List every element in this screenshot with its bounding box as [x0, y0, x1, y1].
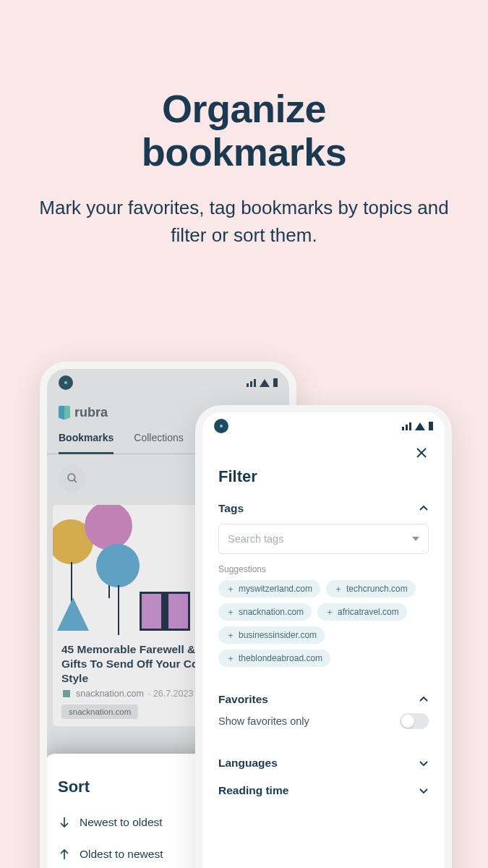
plus-icon: ＋ — [325, 608, 334, 616]
status-icons — [247, 378, 278, 387]
phone-filter: Filter Tags Search tags Suggestions — [195, 405, 452, 868]
tag-search-input[interactable]: Search tags — [218, 524, 429, 554]
hero-title: Organize bookmarks — [0, 87, 488, 174]
sort-option-label: Newest to oldest — [80, 816, 163, 829]
svg-line-1 — [74, 480, 77, 482]
source-icon — [59, 687, 74, 702]
chevron-down-icon — [419, 786, 429, 796]
section-header-tags[interactable]: Tags — [218, 502, 429, 515]
tag-pill[interactable]: ＋myswitzerland.com — [218, 580, 320, 597]
section-favorites: Favorites Show favorites only — [218, 680, 429, 745]
plus-icon: ＋ — [226, 608, 235, 616]
status-bar — [202, 412, 445, 440]
plus-icon: ＋ — [226, 584, 235, 593]
brand-name: rubra — [74, 405, 108, 420]
wifi-icon — [415, 422, 425, 430]
section-header-favorites[interactable]: Favorites — [218, 693, 429, 706]
pill-label: snacknation.com — [239, 607, 304, 617]
hero-title-line2: bookmarks — [142, 130, 347, 174]
party-hat-icon — [57, 597, 89, 631]
suggestions-label: Suggestions — [218, 564, 429, 574]
section-tags: Tags Search tags Suggestions ＋myswitzerl… — [218, 496, 429, 680]
section-languages: Languages — [218, 745, 429, 781]
section-label: Languages — [218, 757, 278, 770]
tag-chip[interactable]: snacknation.com — [61, 705, 138, 719]
plus-icon: ＋ — [226, 631, 235, 639]
signal-icon — [247, 379, 256, 387]
tag-pill[interactable]: ＋theblondeabroad.com — [218, 650, 330, 667]
camera-dot-icon — [59, 375, 73, 390]
tag-pill[interactable]: ＋snacknation.com — [218, 603, 312, 621]
gift-icon — [140, 592, 190, 631]
pill-label: africatravel.com — [338, 607, 399, 617]
balloon-icon — [96, 544, 140, 587]
tag-pill[interactable]: ＋techcrunch.com — [326, 580, 416, 597]
search-icon — [66, 472, 79, 485]
battery-icon — [273, 378, 278, 387]
brand-logo-icon — [59, 406, 70, 420]
section-header-reading-time[interactable]: Reading time — [218, 784, 429, 797]
signal-icon — [402, 422, 411, 430]
hero: Organize bookmarks Mark your favorites, … — [0, 0, 488, 249]
dropdown-caret-icon — [412, 537, 419, 541]
pill-label: theblondeabroad.com — [239, 653, 322, 663]
arrow-down-icon — [59, 817, 69, 828]
plus-icon: ＋ — [226, 654, 235, 663]
favorites-toggle-label: Show favorites only — [218, 715, 309, 727]
input-placeholder: Search tags — [228, 533, 283, 545]
suggestion-pills: ＋myswitzerland.com ＋techcrunch.com ＋snac… — [218, 580, 429, 667]
hero-subtitle: Mark your favorites, tag bookmarks by to… — [0, 195, 488, 249]
section-reading-time: Reading time — [218, 781, 429, 809]
tab-collections[interactable]: Collections — [134, 432, 183, 454]
balloon-icon — [85, 505, 132, 550]
sort-option-label: Oldest to newest — [80, 848, 163, 861]
plus-icon: ＋ — [334, 584, 343, 593]
hero-title-line1: Organize — [162, 87, 326, 130]
chevron-up-icon — [419, 503, 429, 514]
search-button[interactable] — [59, 464, 86, 492]
favorites-toggle[interactable] — [400, 713, 429, 729]
status-bar — [47, 369, 289, 396]
wifi-icon — [260, 379, 270, 387]
tag-pill[interactable]: ＋africatravel.com — [317, 603, 407, 621]
chevron-down-icon — [419, 758, 429, 768]
section-label: Tags — [218, 502, 244, 515]
close-icon — [416, 447, 427, 459]
filter-title: Filter — [218, 467, 429, 486]
status-icons — [402, 422, 433, 430]
battery-icon — [429, 422, 433, 430]
tab-bookmarks[interactable]: Bookmarks — [59, 432, 114, 454]
svg-point-0 — [68, 474, 75, 481]
card-domain: snacknation.com — [76, 689, 144, 699]
pill-label: techcrunch.com — [346, 584, 408, 594]
section-label: Favorites — [218, 693, 268, 706]
card-date: · 26.7.2023 — [148, 689, 194, 699]
section-header-languages[interactable]: Languages — [218, 757, 429, 770]
section-label: Reading time — [218, 784, 288, 797]
tag-pill[interactable]: ＋businessinsider.com — [218, 626, 325, 644]
arrow-up-icon — [59, 848, 69, 860]
chevron-up-icon — [419, 694, 429, 705]
pill-label: myswitzerland.com — [239, 584, 312, 594]
pill-label: businessinsider.com — [239, 630, 317, 640]
close-button[interactable] — [411, 443, 432, 463]
camera-dot-icon — [214, 419, 228, 433]
